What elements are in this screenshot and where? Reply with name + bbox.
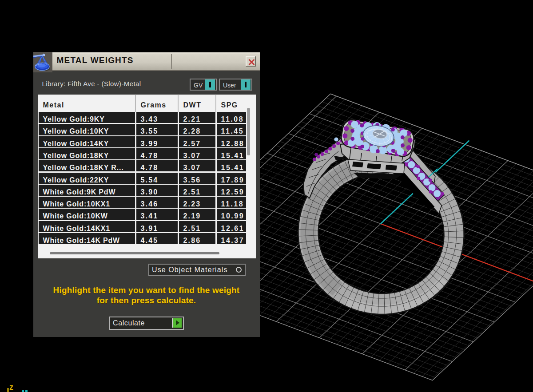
- svg-text:z: z: [9, 383, 13, 392]
